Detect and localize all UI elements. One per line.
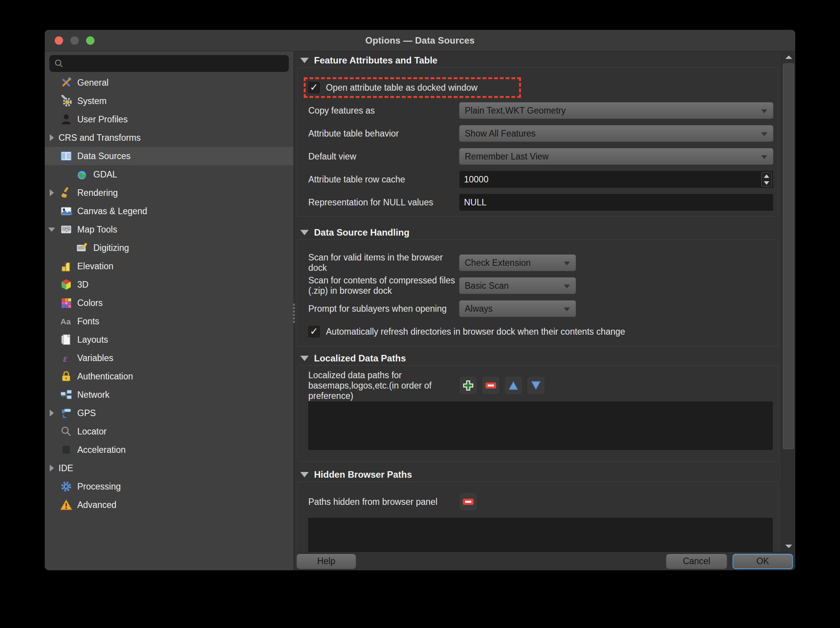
sidebar-item-label: GPS: [77, 408, 96, 418]
cancel-button[interactable]: Cancel: [666, 554, 727, 569]
auto-refresh-checkbox[interactable]: [308, 326, 320, 337]
sidebar-item-label: Variables: [77, 353, 113, 363]
chevron-right-icon[interactable]: [50, 410, 54, 416]
close-button[interactable]: [55, 36, 63, 45]
scan-zip-row: Scan for contents of compressed files (.…: [298, 274, 778, 297]
collapse-triangle-icon[interactable]: [300, 230, 309, 235]
chevron-down-icon[interactable]: [48, 228, 55, 232]
sidebar-item-layouts[interactable]: Layouts: [45, 330, 293, 349]
move-down-icon: [530, 380, 542, 391]
sidebar-item-advanced[interactable]: Advanced: [45, 496, 293, 514]
sidebar-item-data-sources[interactable]: Data Sources: [45, 147, 293, 165]
sidebar-item-rendering[interactable]: Rendering: [45, 184, 293, 202]
remove-path-button[interactable]: [482, 376, 500, 395]
sidebar-item-general[interactable]: General: [45, 73, 293, 92]
collapse-triangle-icon[interactable]: [300, 472, 309, 477]
copy-features-row: Copy features as Plain Text,WKT Geometry: [298, 99, 778, 122]
attribute-table-behavior-dropdown[interactable]: Show All Features: [459, 125, 773, 142]
sidebar-item-user-profiles[interactable]: User Profiles: [45, 110, 293, 129]
sidebar-item-3d[interactable]: 3D: [45, 275, 293, 294]
sidebar-item-crs-and-transforms[interactable]: CRS and Transforms: [45, 129, 293, 147]
null-representation-input[interactable]: [459, 194, 773, 211]
paintbrush-icon: [59, 186, 74, 199]
sidebar-item-elevation[interactable]: Elevation: [45, 257, 293, 275]
spinner: [761, 172, 772, 187]
scroll-up-icon[interactable]: [782, 51, 795, 63]
sidebar-item-label: General: [77, 78, 109, 88]
null-representation-row: Representation for NULL values: [298, 191, 778, 214]
sidebar-item-label: Rendering: [77, 188, 118, 198]
search-input[interactable]: [68, 58, 284, 69]
sidebar-item-ide[interactable]: IDE: [45, 459, 293, 477]
sidebar-item-gdal[interactable]: GDAL: [45, 165, 293, 184]
help-button[interactable]: Help: [296, 554, 356, 569]
row-cache-input[interactable]: [459, 171, 773, 188]
vertical-scrollbar[interactable]: [781, 51, 795, 552]
hidden-paths-list[interactable]: [308, 518, 773, 552]
zoom-button[interactable]: [86, 36, 94, 45]
collapse-triangle-icon[interactable]: [300, 356, 309, 361]
svg-text:Aa: Aa: [60, 317, 71, 326]
spin-up-icon[interactable]: [762, 172, 772, 179]
auto-refresh-row: Automatically refresh directories in bro…: [298, 320, 778, 343]
sidebar-item-digitizing[interactable]: Digitizing: [45, 239, 293, 257]
scan-valid-items-dropdown[interactable]: Check Extension: [459, 254, 576, 271]
move-up-icon: [508, 380, 519, 391]
sidebar-item-processing[interactable]: Processing: [45, 477, 293, 496]
chevron-down-icon: [761, 132, 767, 136]
sidebar-item-label: Data Sources: [77, 151, 130, 161]
scroll-down-icon[interactable]: [782, 540, 795, 552]
move-up-button[interactable]: [504, 376, 523, 395]
page-icon: [59, 333, 74, 346]
options-tree: General System User Profiles CRS and Tra…: [45, 72, 293, 570]
sidebar-item-authentication[interactable]: Authentication: [45, 367, 293, 386]
prompt-sublayers-dropdown[interactable]: Always: [459, 300, 576, 317]
map-cursor-icon: [59, 223, 74, 236]
chevron-down-icon: [761, 109, 767, 113]
default-view-dropdown[interactable]: Remember Last View: [459, 148, 773, 165]
sidebar-item-network[interactable]: Network: [45, 386, 293, 404]
section-localized-paths-header: Localized Data Paths: [294, 351, 781, 365]
scan-zip-dropdown[interactable]: Basic Scan: [459, 277, 576, 294]
localized-paths-list[interactable]: [308, 402, 773, 450]
sidebar-item-map-tools[interactable]: Map Tools: [45, 220, 293, 239]
collapse-triangle-icon[interactable]: [300, 58, 309, 63]
section-data-source-handling-header: Data Source Handling: [294, 226, 781, 239]
sidebar-item-locator[interactable]: Locator: [45, 422, 293, 441]
sidebar-item-label: Processing: [77, 482, 121, 492]
person-icon: [59, 113, 74, 126]
chevron-down-icon: [564, 262, 570, 265]
copy-features-dropdown[interactable]: Plain Text,WKT Geometry: [459, 102, 773, 119]
remove-hidden-path-button[interactable]: [459, 493, 477, 511]
field-label: Localized data paths for basemaps,logos,…: [308, 370, 459, 401]
row-cache-field: [459, 171, 773, 188]
field-label: Scan for contents of compressed files (.…: [308, 275, 459, 296]
sidebar-item-gps[interactable]: GPS: [45, 404, 293, 422]
sidebar-item-label: System: [77, 96, 107, 106]
sidebar-item-system[interactable]: System: [45, 92, 293, 110]
options-sidebar: General System User Profiles CRS and Tra…: [45, 51, 293, 570]
add-icon: [462, 380, 474, 391]
splitter-handle[interactable]: [293, 304, 295, 323]
sidebar-item-variables[interactable]: ε Variables: [45, 349, 293, 367]
sidebar-item-acceleration[interactable]: Acceleration: [45, 441, 293, 459]
open-attribute-table-checkbox[interactable]: [308, 82, 320, 93]
add-path-button[interactable]: [459, 376, 477, 395]
scrollbar-thumb[interactable]: [783, 63, 794, 449]
chevron-right-icon[interactable]: [50, 134, 54, 141]
spin-down-icon[interactable]: [762, 179, 772, 186]
sidebar-item-label: 3D: [77, 280, 88, 290]
sidebar-item-fonts[interactable]: Aa Fonts: [45, 312, 293, 330]
move-down-button[interactable]: [527, 376, 545, 395]
chevron-right-icon[interactable]: [50, 465, 54, 472]
sidebar-item-canvas-legend[interactable]: Canvas & Legend: [45, 202, 293, 220]
magnifier-icon: [59, 425, 74, 438]
gear-wrench-icon: [59, 94, 74, 107]
chevron-right-icon[interactable]: [50, 189, 54, 196]
sidebar-item-colors[interactable]: Colors: [45, 294, 293, 312]
ok-button[interactable]: OK: [733, 554, 793, 569]
section-title: Data Source Handling: [314, 227, 409, 238]
minimize-button[interactable]: [70, 36, 79, 45]
settings-scroll-area: Feature Attributes and Table Open attrib…: [294, 51, 795, 552]
section-title: Feature Attributes and Table: [314, 55, 438, 66]
